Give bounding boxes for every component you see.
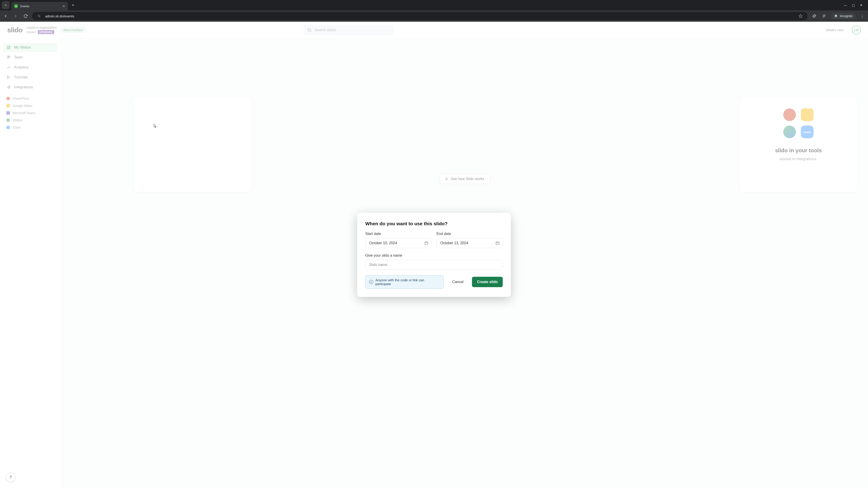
extensions-icon[interactable] (811, 13, 817, 20)
bookmark-icon[interactable] (797, 13, 804, 20)
svg-point-2 (39, 17, 40, 17)
reload-icon[interactable] (22, 13, 29, 20)
end-date-input[interactable] (436, 238, 503, 248)
browser-menu-icon[interactable]: ⋮ (859, 13, 866, 20)
reading-list-icon[interactable] (821, 13, 828, 20)
tab-close-icon[interactable]: ✕ (62, 4, 65, 8)
url-text: admin.sli.do/events (45, 14, 795, 18)
site-info-icon[interactable] (36, 13, 42, 20)
app-viewport: slido Lauren's organization Owner UPGRAD… (0, 22, 868, 488)
cancel-button[interactable]: Cancel (447, 277, 469, 287)
svg-point-0 (38, 15, 39, 15)
url-field[interactable]: admin.sli.do/events (32, 12, 808, 20)
new-tab-button[interactable]: + (70, 3, 76, 8)
window-controls: — ▢ ✕ (844, 3, 866, 7)
info-text: Anyone with the code or link can partici… (375, 278, 440, 286)
tabs-dropdown[interactable] (2, 1, 9, 9)
start-date-label: Start date (365, 232, 432, 236)
end-date-label: End date (436, 232, 503, 236)
close-window-icon[interactable]: ✕ (860, 3, 863, 7)
tab-favicon: s (14, 4, 18, 8)
incognito-badge[interactable]: Incognito (831, 13, 856, 20)
start-date-input[interactable] (365, 238, 432, 248)
slido-name-label: Give your slido a name (365, 254, 503, 258)
forward-icon[interactable] (12, 13, 19, 20)
browser-chrome: s Events ✕ + — ▢ ✕ admin.sli.do/events I… (0, 0, 868, 22)
address-bar: admin.sli.do/events Incognito ⋮ (0, 10, 868, 22)
create-slido-button[interactable]: Create slido (472, 277, 503, 287)
create-slido-modal: When do you want to use this slido? Star… (357, 213, 511, 297)
info-pill[interactable]: i Anyone with the code or link can parti… (365, 275, 444, 289)
slido-name-input[interactable] (365, 260, 503, 270)
back-icon[interactable] (2, 13, 9, 20)
minimize-icon[interactable]: — (844, 3, 847, 7)
browser-tab[interactable]: s Events ✕ (11, 2, 68, 10)
incognito-label: Incognito (840, 14, 852, 18)
modal-title: When do you want to use this slido? (365, 221, 503, 226)
info-icon: i (369, 280, 373, 284)
help-button[interactable]: ? (6, 473, 16, 482)
tab-bar: s Events ✕ + — ▢ ✕ (0, 0, 868, 10)
svg-marker-4 (799, 14, 802, 18)
incognito-icon (834, 14, 838, 18)
maximize-icon[interactable]: ▢ (852, 3, 855, 7)
tab-title: Events (20, 4, 60, 8)
